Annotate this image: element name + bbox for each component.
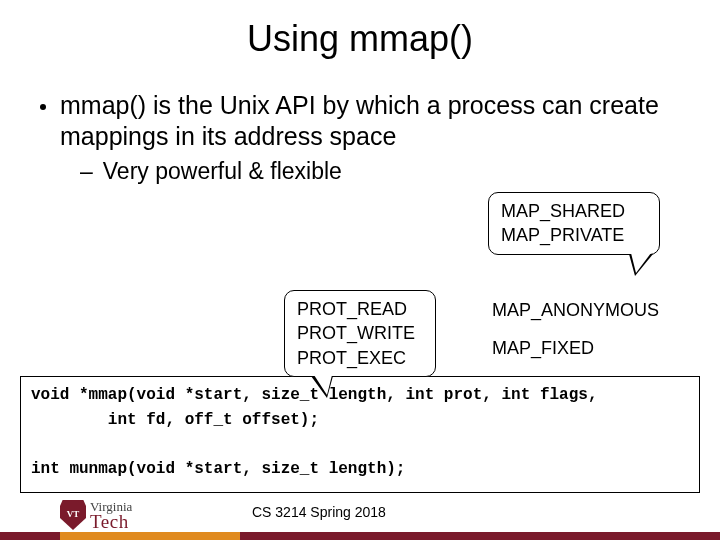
slide: Using mmap() mmap() is the Unix API by w… [0, 0, 720, 540]
bullet-level2: – Very powerful & flexible [80, 157, 680, 186]
callout-flags: MAP_SHARED MAP_PRIVATE [488, 192, 660, 255]
callout-prot-line: PROT_READ [297, 297, 423, 321]
bullet-dash-icon: – [80, 157, 93, 186]
annotation-anonymous: MAP_ANONYMOUS [492, 295, 659, 326]
body-content: mmap() is the Unix API by which a proces… [0, 60, 720, 185]
callout-flags-line: MAP_PRIVATE [501, 223, 647, 247]
vt-logo-text: Virginia Tech [90, 501, 132, 530]
bullet-sub-text: Very powerful & flexible [103, 157, 342, 186]
bullet-text: mmap() is the Unix API by which a proces… [60, 90, 680, 153]
callout-prot-line: PROT_WRITE [297, 321, 423, 345]
slide-title: Using mmap() [0, 0, 720, 60]
footer: Virginia Tech CS 3214 Spring 2018 [0, 488, 720, 540]
vt-shield-icon [60, 500, 86, 530]
vt-logo-line2: Tech [90, 513, 132, 530]
callout-prot: PROT_READ PROT_WRITE PROT_EXEC [284, 290, 436, 377]
footer-course-label: CS 3214 Spring 2018 [252, 504, 386, 520]
callout-prot-line: PROT_EXEC [297, 346, 423, 370]
callout-flags-line: MAP_SHARED [501, 199, 647, 223]
callout-tail-icon [629, 254, 653, 276]
footer-bar [0, 532, 720, 540]
bullet-level1: mmap() is the Unix API by which a proces… [40, 90, 680, 153]
annotation-fixed: MAP_FIXED [492, 333, 594, 364]
vt-logo: Virginia Tech [60, 500, 132, 530]
callout-tail-icon [311, 376, 333, 398]
code-block: void *mmap(void *start, size_t length, i… [20, 376, 700, 493]
bullet-dot-icon [40, 104, 46, 110]
